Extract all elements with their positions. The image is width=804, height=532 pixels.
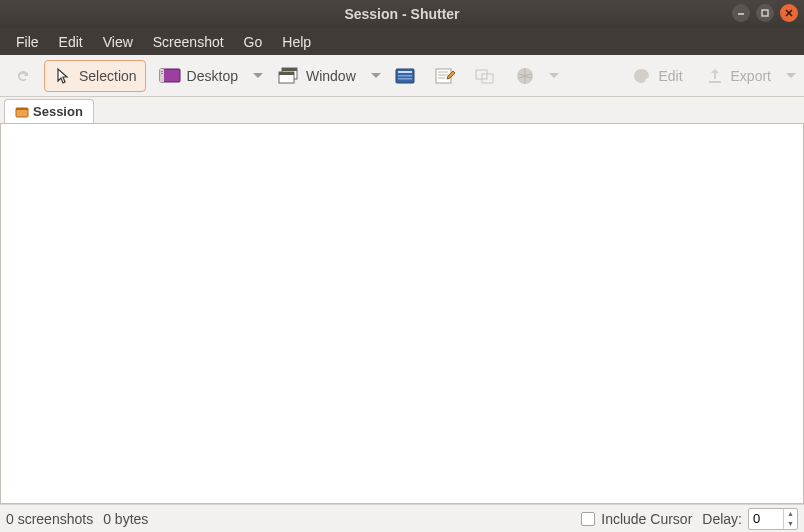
desktop-label: Desktop <box>187 68 238 84</box>
checkbox-icon <box>581 512 595 526</box>
window-label: Window <box>306 68 356 84</box>
delay-up[interactable]: ▲ <box>784 509 797 519</box>
maximize-button[interactable] <box>756 4 774 22</box>
svg-rect-1 <box>762 10 768 16</box>
svg-rect-21 <box>16 108 28 110</box>
svg-rect-14 <box>398 75 412 77</box>
redo-button[interactable] <box>6 60 40 92</box>
cursor-icon <box>53 66 73 86</box>
desktop-button[interactable]: Desktop <box>150 60 247 92</box>
tab-bar: Session <box>0 97 804 123</box>
globe-icon <box>514 65 536 87</box>
menu-screenshot[interactable]: Screenshot <box>143 31 234 53</box>
web-capture-button[interactable] <box>467 60 503 92</box>
export-button[interactable]: Export <box>696 60 780 92</box>
redo-icon <box>13 66 33 86</box>
delay-spinbox[interactable]: ▲ ▼ <box>748 508 798 530</box>
statusbar: 0 screenshots 0 bytes Include Cursor Del… <box>0 504 804 532</box>
menu-go[interactable]: Go <box>234 31 273 53</box>
window-icon <box>278 65 300 87</box>
menu-help[interactable]: Help <box>272 31 321 53</box>
minimize-button[interactable] <box>732 4 750 22</box>
delay-input[interactable] <box>749 509 783 529</box>
selection-label: Selection <box>79 68 137 84</box>
edit-button[interactable]: Edit <box>623 60 691 92</box>
edit-note-icon <box>434 65 456 87</box>
window-button[interactable]: Window <box>269 60 365 92</box>
menu-capture-button[interactable] <box>387 60 423 92</box>
menu-file[interactable]: File <box>6 31 49 53</box>
session-content-area <box>0 123 804 504</box>
windows-icon <box>474 65 496 87</box>
window-dropdown[interactable] <box>369 73 383 79</box>
tab-session-label: Session <box>33 104 83 119</box>
include-cursor-checkbox[interactable]: Include Cursor <box>581 511 692 527</box>
session-icon <box>15 105 29 119</box>
tooltip-capture-button[interactable] <box>427 60 463 92</box>
status-screenshot-count: 0 screenshots <box>6 511 93 527</box>
toolbar: Selection Desktop Window <box>0 55 804 97</box>
delay-down[interactable]: ▼ <box>784 519 797 529</box>
tab-session[interactable]: Session <box>4 99 94 123</box>
svg-rect-15 <box>398 78 412 80</box>
delay-label: Delay: <box>702 511 742 527</box>
window-title: Session - Shutter <box>0 6 804 22</box>
include-cursor-label: Include Cursor <box>601 511 692 527</box>
menubar: File Edit View Screenshot Go Help <box>0 28 804 55</box>
svg-rect-13 <box>398 71 412 73</box>
svg-rect-9 <box>282 68 297 71</box>
close-button[interactable] <box>780 4 798 22</box>
menu-icon <box>394 65 416 87</box>
svg-rect-5 <box>160 69 164 82</box>
toolbar-edit-label: Edit <box>658 68 682 84</box>
svg-rect-6 <box>161 71 163 72</box>
status-bytes: 0 bytes <box>103 511 148 527</box>
svg-rect-7 <box>161 73 163 74</box>
desktop-icon <box>159 65 181 87</box>
menu-view[interactable]: View <box>93 31 143 53</box>
titlebar: Session - Shutter <box>0 0 804 28</box>
palette-icon <box>632 66 652 86</box>
globe-button[interactable] <box>507 60 543 92</box>
svg-rect-11 <box>279 72 294 75</box>
window-controls <box>732 4 798 22</box>
menu-edit[interactable]: Edit <box>49 31 93 53</box>
desktop-dropdown[interactable] <box>251 73 265 79</box>
export-icon <box>705 66 725 86</box>
selection-button[interactable]: Selection <box>44 60 146 92</box>
toolbar-export-label: Export <box>731 68 771 84</box>
globe-dropdown[interactable] <box>547 73 561 79</box>
export-dropdown[interactable] <box>784 73 798 79</box>
